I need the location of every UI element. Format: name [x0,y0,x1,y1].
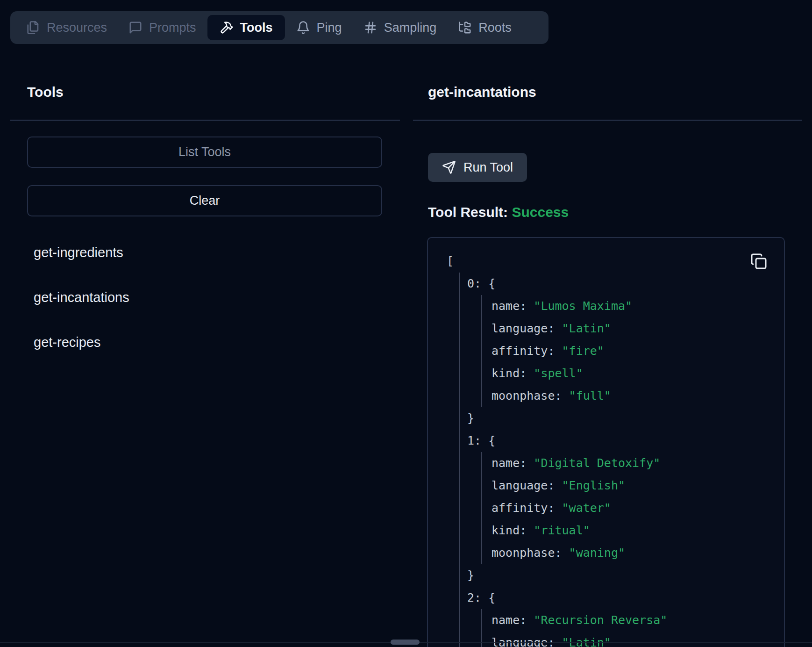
tool-list-item[interactable]: get-recipes [34,334,129,351]
run-tool-button[interactable]: Run Tool [428,153,527,182]
json-entry-close: } [467,564,784,587]
folder-tree-icon [458,21,472,35]
tab-resources[interactable]: Resources [16,11,117,44]
tab-label: Tools [240,21,273,35]
tools-panel-title: Tools [27,84,64,100]
tab-label: Prompts [149,21,196,35]
json-property: language: "Latin" [491,317,784,340]
tool-result-panel: [0: {name: "Lumos Maxima"language: "Lati… [427,237,785,647]
tool-list-item[interactable]: get-ingredients [34,244,129,261]
tab-label: Ping [317,21,342,35]
tab-roots[interactable]: Roots [448,11,522,44]
hash-icon [363,21,378,35]
tool-list: get-ingredientsget-incantationsget-recip… [34,244,129,351]
json-property: moonphase: "full" [491,385,784,407]
clear-button[interactable]: Clear [27,185,382,216]
hammer-icon [220,21,234,35]
json-property: language: "Latin" [491,632,784,647]
selected-tool-title: get-incantations [428,84,536,100]
json-entry-open: 2: { [467,587,784,609]
list-tools-button[interactable]: List Tools [27,137,382,168]
json-property: name: "Digital Detoxify" [491,452,784,474]
chat-bubble-icon [128,21,142,35]
copy-button[interactable] [750,253,768,271]
copy-icon [750,253,767,271]
run-tool-label: Run Tool [463,160,513,175]
json-property: language: "English" [491,474,784,497]
json-property: kind: "spell" [491,362,784,385]
tab-ping[interactable]: Ping [286,11,352,44]
json-property: name: "Lumos Maxima" [491,295,784,317]
tab-prompts[interactable]: Prompts [118,11,207,44]
json-entry-close: } [467,407,784,430]
tool-list-item[interactable]: get-incantations [34,289,129,306]
horizontal-scrollbar-thumb[interactable] [391,640,420,645]
tab-bar: ResourcesPromptsToolsPingSamplingRoots [10,11,548,44]
bell-icon [296,21,310,35]
json-property: affinity: "water" [491,497,784,519]
json-property: moonphase: "waning" [491,542,784,564]
json-property: affinity: "fire" [491,340,784,362]
detail-panel-divider [413,120,802,121]
tool-result-status: Success [512,204,569,220]
json-tree: [0: {name: "Lumos Maxima"language: "Lati… [428,238,784,647]
tool-result-line: Tool Result: Success [428,204,569,220]
send-icon [442,160,456,174]
json-entry-open: 1: { [467,430,784,452]
json-property: name: "Recursion Reversa" [491,609,784,632]
tools-panel-divider [10,120,400,121]
tab-sampling[interactable]: Sampling [353,11,447,44]
files-icon [26,21,40,35]
tab-tools[interactable]: Tools [207,15,285,40]
tab-label: Resources [47,21,107,35]
tool-result-label: Tool Result: [428,204,508,220]
json-entry-open: 0: { [467,273,784,295]
tab-label: Sampling [384,21,437,35]
json-property: kind: "ritual" [491,519,784,542]
json-array-open: [ [447,250,784,273]
tab-label: Roots [478,21,512,35]
